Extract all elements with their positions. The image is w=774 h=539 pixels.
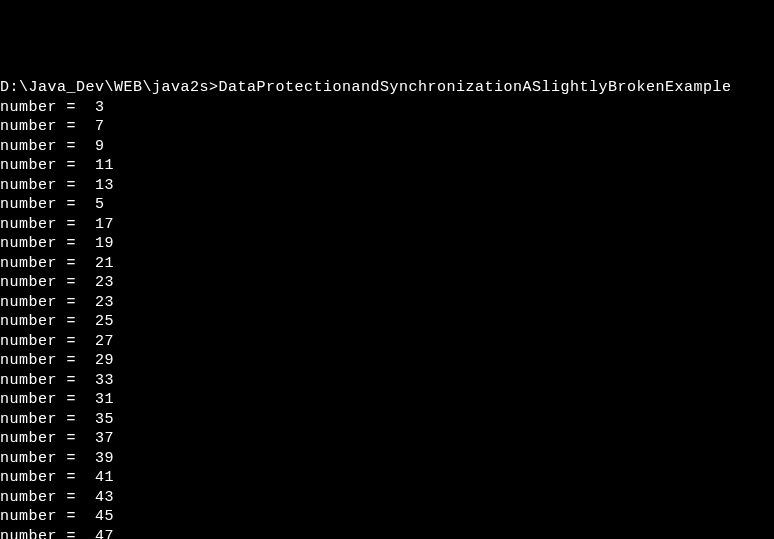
output-line: number = 43 [0, 488, 774, 508]
output-line: number = 3 [0, 98, 774, 118]
output-line: number = 37 [0, 429, 774, 449]
output-line: number = 47 [0, 527, 774, 540]
output-line: number = 9 [0, 137, 774, 157]
output-line: number = 21 [0, 254, 774, 274]
command-prompt-line: D:\Java_Dev\WEB\java2s>DataProtectionand… [0, 78, 774, 98]
output-line: number = 41 [0, 468, 774, 488]
output-line: number = 35 [0, 410, 774, 430]
output-line: number = 27 [0, 332, 774, 352]
output-line: number = 31 [0, 390, 774, 410]
output-line: number = 5 [0, 195, 774, 215]
output-line: number = 45 [0, 507, 774, 527]
output-line: number = 29 [0, 351, 774, 371]
output-line: number = 13 [0, 176, 774, 196]
output-line: number = 23 [0, 293, 774, 313]
output-line: number = 19 [0, 234, 774, 254]
output-line: number = 23 [0, 273, 774, 293]
output-line: number = 39 [0, 449, 774, 469]
output-line: number = 25 [0, 312, 774, 332]
output-line: number = 17 [0, 215, 774, 235]
output-line: number = 33 [0, 371, 774, 391]
output-line: number = 11 [0, 156, 774, 176]
output-line: number = 7 [0, 117, 774, 137]
